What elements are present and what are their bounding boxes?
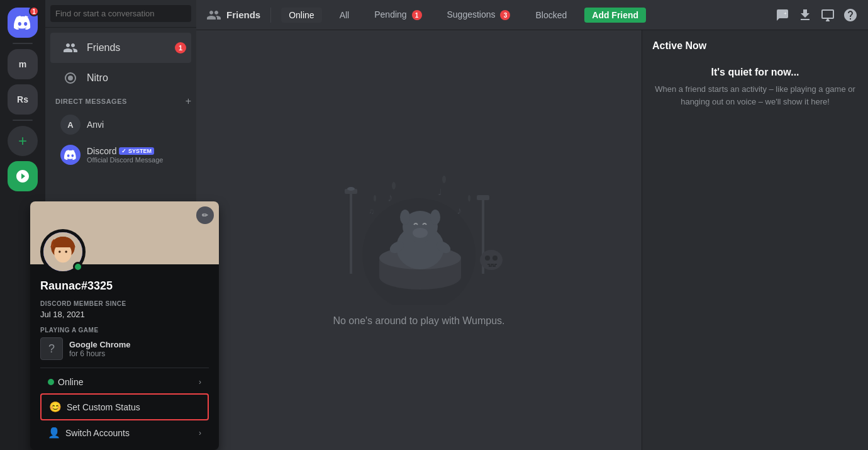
- dm-section-header: DIRECT MESSAGES +: [45, 93, 196, 110]
- online-status-item[interactable]: Online ›: [40, 371, 209, 393]
- online-status-chevron: ›: [199, 378, 201, 386]
- add-friend-button[interactable]: Add Friend: [584, 8, 646, 23]
- member-since-label: DISCORD MEMBER SINCE: [40, 300, 209, 307]
- dm-section-label: DIRECT MESSAGES: [55, 98, 127, 105]
- friends-topbar-label: Friends: [226, 9, 260, 20]
- server-initial-rs: Rs: [17, 94, 28, 104]
- server-icon-m[interactable]: m: [8, 49, 38, 79]
- svg-text:♪: ♪: [387, 191, 393, 204]
- dm-item-discord[interactable]: Discord ✓ SYSTEM Official Discord Messag…: [50, 140, 191, 170]
- new-dm-icon[interactable]: +: [775, 8, 790, 23]
- add-server-icon: +: [18, 132, 27, 150]
- game-icon: ?: [40, 337, 63, 360]
- edit-icon: ✏: [202, 211, 208, 220]
- server-icon-green[interactable]: [8, 161, 38, 191]
- dm-avatar-discord: [60, 145, 81, 165]
- svg-point-5: [58, 250, 60, 252]
- online-dot: [48, 379, 54, 385]
- search-input[interactable]: [50, 5, 191, 22]
- switch-accounts-label: Switch Accounts: [65, 428, 130, 438]
- wumpus-illustration: ♪ ♩ ♪ ♫: [299, 154, 538, 305]
- game-name: Google Chrome: [69, 340, 131, 349]
- playing-label: PLAYING A GAME: [40, 327, 209, 334]
- svg-point-26: [430, 210, 440, 225]
- profile-popup: ✏ Raunac#3325 DISCORD MEMBER SINCE Jul 1…: [30, 201, 219, 450]
- topbar-separator: [270, 8, 271, 23]
- server-separator-2: [13, 120, 33, 121]
- svg-point-25: [400, 210, 410, 225]
- svg-text:♩: ♩: [438, 187, 442, 197]
- svg-point-36: [492, 256, 498, 261]
- download-icon[interactable]: [798, 8, 813, 23]
- active-now-panel: Active Now It's quiet for now... When a …: [642, 30, 868, 450]
- profile-edit-button[interactable]: ✏: [196, 206, 214, 224]
- tab-online[interactable]: Online: [281, 8, 321, 23]
- dm-name-anvi: Anvi: [87, 120, 104, 130]
- profile-body: Raunac#3325 DISCORD MEMBER SINCE Jul 18,…: [30, 264, 219, 450]
- svg-point-35: [485, 256, 490, 261]
- svg-point-6: [65, 250, 67, 252]
- friends-label: Friends: [87, 42, 120, 53]
- suggestions-badge: 3: [500, 10, 510, 20]
- svg-point-27: [413, 228, 428, 238]
- main-area: ♪ ♩ ♪ ♫ No one's around to play with Wum…: [196, 30, 868, 450]
- dm-sidebar: Friends 1 Nitro DIRECT MESSAGES + A A: [45, 0, 196, 450]
- svg-point-39: [468, 195, 470, 201]
- svg-text:♪: ♪: [457, 205, 462, 216]
- main-content: Friends Online All Pending 1 Suggestions…: [196, 0, 868, 450]
- svg-point-37: [392, 182, 396, 189]
- profile-banner: ✏: [30, 201, 219, 264]
- system-badge: ✓ SYSTEM: [119, 147, 154, 155]
- nitro-icon: [60, 68, 81, 88]
- server-icon-discord[interactable]: 1: [8, 8, 38, 38]
- custom-status-icon: 😊: [49, 401, 62, 413]
- dm-item-anvi[interactable]: A Anvi: [50, 110, 191, 140]
- switch-accounts-item[interactable]: 👤 Switch Accounts ›: [40, 420, 209, 445]
- tab-all[interactable]: All: [332, 8, 357, 23]
- tab-pending[interactable]: Pending 1: [367, 7, 429, 23]
- svg-rect-19: [477, 195, 489, 200]
- friends-badge: 1: [175, 42, 186, 53]
- profile-online-indicator: [73, 262, 83, 272]
- profile-divider: [40, 368, 209, 368]
- svg-point-34: [480, 250, 503, 270]
- help-icon[interactable]: [843, 8, 858, 23]
- dm-name-discord: Discord: [87, 146, 116, 156]
- add-server-button[interactable]: +: [8, 126, 38, 156]
- svg-text:+: +: [784, 11, 787, 16]
- tab-blocked[interactable]: Blocked: [528, 8, 574, 23]
- profile-avatar-wrap: [40, 229, 86, 274]
- custom-status-label: Set Custom Status: [67, 402, 140, 412]
- empty-state-text: No one's around to play with Wumpus.: [333, 315, 504, 327]
- svg-point-17: [347, 187, 355, 191]
- set-custom-status-item[interactable]: 😊 Set Custom Status: [40, 393, 209, 420]
- online-status-label: Online: [58, 377, 83, 387]
- svg-point-1: [68, 76, 73, 81]
- topbar-right: +: [775, 8, 858, 23]
- friends-nav-item[interactable]: Friends 1: [50, 33, 191, 63]
- active-now-title: Active Now: [652, 40, 858, 52]
- switch-accounts-chevron: ›: [199, 429, 201, 437]
- profile-username: Raunac#3325: [40, 279, 209, 293]
- nitro-label: Nitro: [87, 72, 108, 84]
- pending-badge: 1: [412, 10, 422, 20]
- active-now-description: When a friend starts an activity – like …: [652, 83, 858, 108]
- topbar: Friends Online All Pending 1 Suggestions…: [196, 0, 868, 30]
- svg-point-40: [374, 195, 376, 201]
- svg-rect-15: [350, 192, 352, 274]
- member-since-date: Jul 18, 2021: [40, 310, 209, 319]
- game-duration: for 6 hours: [69, 349, 131, 358]
- screen-icon[interactable]: [820, 8, 835, 23]
- friends-icon: [60, 38, 81, 58]
- add-dm-button[interactable]: +: [186, 96, 191, 107]
- server-separator: [13, 43, 33, 44]
- server-icon-rs[interactable]: Rs: [8, 84, 38, 115]
- nitro-nav-item[interactable]: Nitro: [50, 63, 191, 93]
- tab-suggestions[interactable]: Suggestions 3: [440, 7, 518, 23]
- active-now-quiet: It's quiet for now...: [652, 67, 858, 78]
- friends-nav: Friends: [206, 8, 260, 23]
- dm-search-area: [45, 0, 196, 28]
- friends-topbar-icon: [206, 8, 221, 23]
- svg-text:♫: ♫: [369, 207, 374, 216]
- discord-badge: 1: [29, 6, 39, 16]
